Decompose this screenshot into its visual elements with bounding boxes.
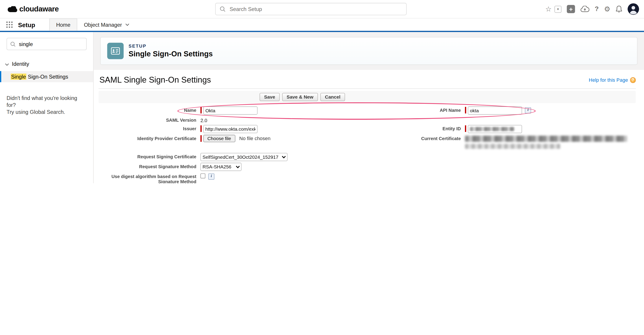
help-question-icon[interactable]: ?	[630, 77, 636, 83]
field-row-name: Name API Name i	[98, 106, 636, 115]
field-row-saml-version: SAML Version 2.0	[98, 115, 636, 124]
workspace: Identity Single Sign-On Settings Didn't …	[0, 32, 644, 183]
page-header-strip: SETUP Single Sign-On Settings	[94, 32, 644, 70]
info-icon[interactable]: i	[208, 173, 214, 179]
chevron-down-icon	[5, 61, 9, 67]
request-signing-certificate-label: Request Signing Certificate	[98, 153, 196, 159]
app-window: cloudaware ☆ ▾ + ? ⚙	[0, 0, 644, 183]
entity-id-redacted-value	[470, 127, 514, 131]
tab-home[interactable]: Home	[49, 19, 78, 31]
logo-text: cloudaware	[19, 5, 59, 13]
request-signature-method-select[interactable]: RSA-SHA256	[200, 163, 242, 171]
chevron-down-icon	[125, 23, 129, 26]
upload-cloud-icon[interactable]	[580, 6, 589, 12]
sidebar-hint-text: Didn't find what you're looking for? Try…	[6, 95, 86, 115]
app-launcher-icon[interactable]	[6, 19, 13, 31]
page-header-card: SETUP Single Sign-On Settings	[100, 37, 638, 65]
favorites-star-icon[interactable]: ☆	[545, 6, 552, 13]
choose-file-button[interactable]: Choose file	[203, 135, 235, 142]
title-divider	[98, 89, 636, 89]
required-indicator	[465, 107, 466, 113]
setup-app-label: Setup	[18, 19, 35, 31]
help-icon[interactable]: ?	[595, 6, 599, 12]
top-button-row: Save Save & New Cancel	[98, 91, 636, 103]
quick-find-input[interactable]	[18, 41, 83, 47]
user-avatar[interactable]	[628, 3, 639, 15]
setup-gear-icon[interactable]: ⚙	[604, 6, 610, 13]
form-title-row: SAML Single Sign-On Settings Help for th…	[98, 70, 636, 88]
request-signature-method-label: Request Signature Method	[98, 163, 196, 169]
required-indicator	[200, 107, 202, 113]
global-header: cloudaware ☆ ▾ + ? ⚙	[0, 0, 644, 19]
search-icon	[10, 41, 16, 47]
form-title: SAML Single Sign-On Settings	[100, 75, 211, 85]
name-input[interactable]	[203, 106, 258, 115]
required-indicator	[200, 135, 202, 142]
current-certificate-label: Current Certificate	[403, 135, 461, 141]
create-icon[interactable]: +	[567, 5, 575, 13]
help-for-page-link[interactable]: Help for this Page	[589, 77, 628, 83]
cloud-logo-icon	[8, 6, 17, 12]
request-signing-certificate-select[interactable]: SelfSignedCert_30Oct2024_152917	[200, 153, 288, 161]
field-row-request-signature-method: Request Signature Method RSA-SHA256	[98, 162, 636, 172]
name-label: Name	[98, 106, 196, 113]
entity-id-input[interactable]	[468, 125, 522, 133]
save-button-top[interactable]: Save	[260, 93, 280, 101]
setup-nav-bar: Setup Home Object Manager	[0, 19, 644, 32]
notifications-bell-icon[interactable]	[616, 6, 622, 13]
digest-algorithm-label: Use digest algorithm based on Request Si…	[98, 173, 196, 183]
api-name-label: API Name	[403, 106, 461, 113]
page-title: Single Sign-On Settings	[128, 50, 213, 58]
file-chosen-note: No file chosen	[239, 135, 270, 141]
setup-sidebar: Identity Single Sign-On Settings Didn't …	[0, 32, 94, 183]
idp-certificate-label: Identity Provider Certificate	[98, 135, 196, 141]
cloudaware-logo: cloudaware	[0, 5, 59, 13]
quick-find-box[interactable]	[6, 38, 86, 50]
certificate-redacted-line	[465, 136, 627, 142]
current-certificate-value	[465, 135, 627, 149]
entity-id-label: Entity ID	[403, 125, 461, 131]
digest-algorithm-checkbox[interactable]	[200, 173, 205, 178]
info-icon[interactable]: i	[525, 107, 531, 113]
required-indicator	[200, 125, 202, 132]
sso-settings-form: Name API Name i	[98, 106, 636, 183]
field-row-digest-algorithm: Use digest algorithm based on Request Si…	[98, 172, 636, 183]
sso-settings-icon	[107, 43, 124, 59]
global-search-box[interactable]	[215, 3, 406, 15]
breadcrumb-eyebrow: SETUP	[128, 44, 213, 49]
field-row-idp-certificate: Identity Provider Certificate Choose fil…	[98, 134, 636, 152]
favorites-dropdown-icon[interactable]: ▾	[554, 6, 562, 13]
saml-version-label: SAML Version	[98, 116, 196, 123]
api-name-input[interactable]	[468, 106, 522, 115]
search-match-highlight: Single	[11, 74, 26, 80]
help-for-page: Help for this Page ?	[589, 77, 636, 83]
sidebar-section-identity[interactable]: Identity	[0, 61, 93, 67]
field-row-request-signing-certificate: Request Signing Certificate SelfSignedCe…	[98, 152, 636, 162]
search-icon	[220, 6, 226, 12]
settings-form-panel: SAML Single Sign-On Settings Help for th…	[94, 70, 644, 183]
save-and-new-button-top[interactable]: Save & New	[282, 93, 318, 101]
field-row-issuer: Issuer Entity ID	[98, 124, 636, 134]
cancel-button-top[interactable]: Cancel	[320, 93, 345, 101]
issuer-label: Issuer	[98, 125, 196, 131]
required-indicator	[465, 125, 466, 132]
tab-object-manager[interactable]: Object Manager	[78, 19, 136, 31]
sidebar-item-single-sign-on-settings[interactable]: Single Sign-On Settings	[0, 71, 93, 82]
issuer-input[interactable]	[203, 125, 258, 133]
global-search-input[interactable]	[229, 6, 402, 13]
certificate-redacted-line	[465, 144, 560, 149]
header-action-icons: ☆ ▾ + ? ⚙	[545, 0, 639, 18]
saml-version-value: 2.0	[200, 116, 207, 123]
main-content: SETUP Single Sign-On Settings SAML Singl…	[94, 32, 644, 183]
